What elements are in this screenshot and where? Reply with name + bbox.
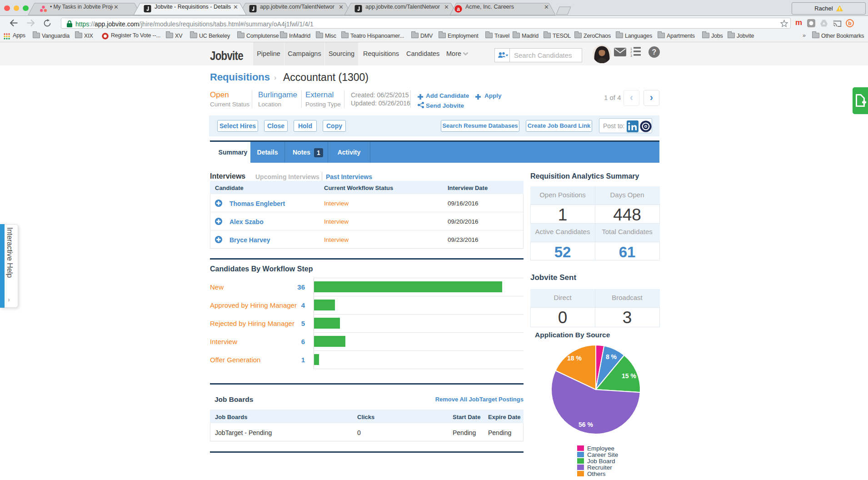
svg-text:15 %: 15 % [622,372,636,380]
svg-text:3: 3 [630,54,632,57]
svg-text:Job Board: Job Board [587,458,615,465]
svg-text:18 %: 18 % [567,355,582,362]
svg-text:a: a [457,6,460,12]
svg-text:?: ? [652,48,657,56]
svg-text:b: b [848,20,851,26]
svg-text:Recruiter: Recruiter [587,464,612,471]
svg-text:56 %: 56 % [579,421,593,428]
svg-text:1: 1 [630,47,632,50]
svg-text:8 %: 8 % [606,353,617,360]
svg-text:Employee: Employee [587,445,614,452]
svg-text:Others: Others [587,470,606,477]
svg-text:2: 2 [630,50,632,54]
svg-text:Career Site: Career Site [587,451,618,458]
